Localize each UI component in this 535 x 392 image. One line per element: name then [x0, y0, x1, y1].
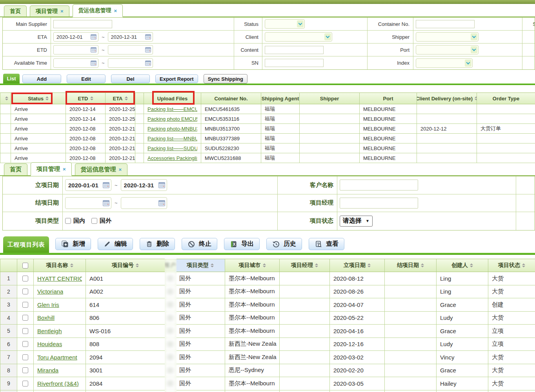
tab-project-management[interactable]: 项目管理× — [30, 5, 69, 16]
tab-project-management[interactable]: 项目管理× — [31, 162, 72, 176]
name-link[interactable]: Miranda — [37, 367, 58, 374]
sort-icon[interactable] — [315, 263, 318, 267]
available-from-date[interactable] — [53, 58, 98, 68]
client-name-input[interactable] — [340, 180, 418, 191]
row-checkbox[interactable] — [22, 289, 28, 294]
sort-icon[interactable] — [211, 263, 214, 267]
column-header-name[interactable]: 项目名称 — [34, 259, 86, 272]
column-header-code[interactable]: 项目编号 — [86, 259, 165, 272]
terminate-project-button[interactable]: 终止 — [182, 238, 217, 250]
calendar-icon[interactable] — [158, 182, 165, 188]
close-icon[interactable]: × — [60, 8, 64, 14]
port-select[interactable] — [416, 45, 479, 54]
upload-link[interactable]: Packing list——SUDU5228230 — [147, 145, 197, 151]
upload-link[interactable]: Packing list——MNBU3377389 — [147, 136, 197, 142]
name-link[interactable]: Riverfront (3&4) — [37, 380, 79, 387]
overseas-checkbox[interactable] — [91, 218, 97, 224]
content-input[interactable] — [265, 46, 324, 54]
row-checkbox[interactable] — [22, 367, 28, 373]
sort-icon[interactable] — [5, 96, 8, 100]
available-to-date[interactable] — [108, 58, 153, 68]
sn-input[interactable] — [265, 59, 324, 67]
column-header-rowsort[interactable] — [0, 93, 11, 104]
client-select[interactable] — [265, 32, 332, 42]
end-date-from[interactable] — [65, 197, 111, 209]
sort-icon[interactable] — [90, 96, 93, 100]
project-list-tab[interactable]: 工程项目列表 — [3, 236, 49, 253]
status-select[interactable] — [265, 19, 305, 29]
calendar-icon[interactable] — [145, 47, 151, 53]
row-checkbox[interactable] — [22, 341, 28, 347]
calendar-icon[interactable] — [91, 60, 96, 66]
start-date-from[interactable]: 2020-01-01 — [65, 179, 111, 191]
edit-button[interactable]: Edit — [67, 74, 106, 83]
close-icon[interactable]: × — [114, 8, 117, 14]
index-select[interactable] — [416, 58, 473, 68]
calendar-icon[interactable] — [145, 34, 151, 40]
tab-home[interactable]: 首页 — [4, 5, 27, 16]
etd-from-date[interactable] — [53, 45, 98, 54]
calendar-icon[interactable] — [91, 34, 96, 40]
container-no-input[interactable] — [416, 20, 475, 28]
tab-shipping-info[interactable]: 货运信息管理× — [73, 4, 123, 17]
row-checkbox[interactable] — [22, 381, 28, 387]
upload-link[interactable]: Packing list——EMCU5461635 — [147, 106, 197, 112]
column-header-eta[interactable]: ETA — [106, 93, 135, 104]
view-button[interactable]: 查看 — [309, 238, 344, 250]
column-header-etd[interactable]: ETD — [66, 93, 106, 104]
edit-project-button[interactable]: 编辑 — [98, 238, 133, 250]
sort-icon[interactable] — [368, 263, 371, 267]
eta-to-date[interactable]: 2020-12-31 — [108, 32, 153, 42]
column-header-manager[interactable]: 项目经理 — [280, 259, 330, 272]
domestic-checkbox[interactable] — [65, 218, 71, 224]
sort-icon[interactable] — [136, 263, 139, 267]
name-link[interactable]: Houideas — [37, 341, 62, 347]
column-header-delivery[interactable]: Client Delivery (on-site) — [417, 93, 477, 104]
column-header-status[interactable]: Status — [11, 93, 66, 104]
upload-link[interactable]: Accessories Packinglist-MWCU5231688 — [147, 155, 197, 161]
etd-to-date[interactable] — [108, 45, 153, 54]
sort-icon[interactable] — [45, 96, 49, 100]
calendar-icon[interactable] — [145, 60, 151, 66]
calendar-icon[interactable] — [158, 200, 165, 206]
column-header-creator[interactable]: 创建人 — [437, 259, 488, 272]
row-checkbox[interactable] — [22, 354, 28, 360]
add-project-button[interactable]: 新增 — [55, 238, 91, 250]
name-link[interactable]: Bentleigh — [37, 328, 62, 334]
column-header-type[interactable]: 项目类型 — [176, 259, 225, 272]
column-header-start[interactable]: 立项日期 — [330, 259, 385, 272]
calendar-icon[interactable] — [91, 47, 96, 53]
sort-icon[interactable] — [263, 263, 266, 267]
project-manager-input[interactable] — [340, 198, 418, 209]
export-report-button[interactable]: Export Report — [155, 74, 198, 83]
row-checkbox[interactable] — [22, 302, 28, 308]
project-status-select[interactable]: 请选择▼ — [340, 216, 373, 227]
row-checkbox[interactable] — [22, 328, 28, 334]
del-button[interactable]: Del — [111, 74, 150, 83]
delete-project-button[interactable]: 删除 — [140, 238, 175, 250]
calendar-icon[interactable] — [103, 200, 109, 206]
sort-icon[interactable] — [421, 263, 424, 267]
upload-link[interactable]: Packing photo EMCU5353116 — [147, 116, 197, 122]
close-icon[interactable]: × — [63, 166, 66, 172]
sort-icon[interactable] — [522, 263, 525, 267]
row-checkbox[interactable] — [22, 315, 28, 321]
calendar-icon[interactable] — [103, 182, 109, 188]
row-checkbox[interactable] — [22, 276, 28, 281]
name-link[interactable]: Glen Iris — [37, 301, 59, 308]
select-all-checkbox[interactable] — [22, 263, 28, 269]
name-link[interactable]: HYATT CENTRIC — [37, 275, 82, 282]
column-header-status[interactable]: 项目状态 — [488, 259, 535, 272]
sort-icon[interactable] — [470, 263, 473, 267]
name-link[interactable]: Toru Apartment — [37, 354, 77, 361]
sort-icon[interactable] — [70, 263, 73, 267]
close-icon[interactable]: × — [119, 167, 122, 172]
tab-shipping-info[interactable]: 货运信息管理× — [75, 163, 128, 175]
history-button[interactable]: 历史 — [266, 238, 302, 250]
upload-link[interactable]: Packing photo-MNBU3513700 — [147, 126, 197, 132]
end-date-to[interactable] — [121, 197, 167, 209]
column-header-end[interactable]: 结项日期 — [385, 259, 437, 272]
list-tab[interactable]: List — [3, 74, 20, 83]
eta-from-date[interactable]: 2020-12-01 — [53, 32, 98, 42]
main-supplier-input[interactable] — [53, 20, 112, 28]
